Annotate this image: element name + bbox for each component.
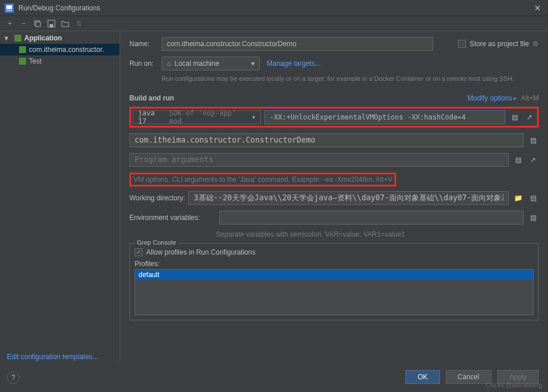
env-input[interactable]	[219, 211, 524, 225]
expand-field-icon[interactable]: ↗	[524, 111, 535, 123]
svg-rect-6	[14, 35, 21, 42]
sdk-main: java 17	[138, 109, 167, 125]
workdir-label: Working directory:	[129, 194, 185, 202]
tree-application-node[interactable]: ▾ Application	[0, 32, 120, 44]
main-class-input[interactable]	[129, 133, 524, 147]
sort-config-icon[interactable]: ⇅	[74, 18, 84, 29]
runon-label: Run on:	[129, 59, 162, 68]
folder-config-icon[interactable]	[60, 18, 70, 29]
allow-profiles-row[interactable]: ✓ Allow profiles in Run Configurations	[135, 248, 534, 256]
application-icon	[14, 34, 22, 42]
home-icon: ⌂	[167, 59, 171, 68]
chevron-down-icon: ▾	[251, 59, 255, 68]
app-logo-icon	[5, 3, 14, 13]
svg-rect-3	[36, 22, 40, 27]
env-help-text: Separate variables with semicolon: VAR=v…	[216, 230, 539, 238]
title-bar: Run/Debug Configurations ✕	[0, 0, 548, 16]
env-label: Environment variables:	[129, 214, 216, 222]
chevron-down-icon: ▾	[513, 96, 516, 102]
tree-config-item[interactable]: Test	[0, 55, 120, 67]
store-as-project-row[interactable]: Store as project file ⚙	[458, 40, 539, 48]
tree-item-label: com.itheima.constructor.	[29, 46, 104, 54]
modify-shortcut: Alt+M	[521, 94, 539, 102]
ok-button[interactable]: OK	[405, 370, 439, 384]
gear-icon[interactable]: ⚙	[532, 40, 539, 48]
add-config-icon[interactable]: ＋	[5, 18, 15, 29]
runon-help-text: Run configurations may be executed local…	[162, 74, 539, 84]
name-input[interactable]	[162, 37, 433, 51]
profile-item[interactable]: default	[135, 270, 533, 280]
expand-field-icon[interactable]: ↗	[527, 154, 539, 166]
tree-item-label: Test	[29, 57, 42, 65]
program-args-input[interactable]	[129, 153, 509, 167]
vm-help-text: VM options. CLI arguments to the 'Java' …	[133, 176, 392, 184]
grep-console-group: Grep Console ✓ Allow profiles in Run Con…	[129, 243, 539, 320]
config-tree: ▾ Application com.itheima.constructor. T…	[0, 31, 120, 361]
vm-options-highlight: java 17 SDK of 'oop-app' mod ▾ ▤ ↗	[129, 107, 539, 128]
window-title: Run/Debug Configurations	[18, 4, 532, 12]
profiles-list[interactable]: default	[135, 269, 534, 315]
chevron-down-icon: ▾	[252, 113, 256, 121]
tree-config-item[interactable]: com.itheima.constructor.	[0, 44, 120, 55]
svg-rect-1	[6, 9, 12, 10]
modify-options-link[interactable]: Modify options▾	[468, 94, 516, 102]
run-config-icon	[18, 57, 27, 65]
close-icon[interactable]: ✕	[532, 3, 543, 13]
sdk-combo[interactable]: java 17 SDK of 'oop-app' mod ▾	[133, 110, 261, 124]
save-config-icon[interactable]	[46, 18, 57, 29]
grep-legend: Grep Console	[135, 239, 178, 246]
remove-config-icon[interactable]: －	[18, 18, 29, 29]
runon-combo[interactable]: ⌂ Local machine ▾	[162, 57, 260, 70]
help-icon[interactable]: ?	[7, 371, 20, 384]
workdir-input[interactable]	[188, 191, 509, 205]
build-run-heading: Build and run	[129, 94, 174, 102]
allow-profiles-label: Allow profiles in Run Configurations	[146, 248, 255, 256]
manage-targets-link[interactable]: Manage targets...	[267, 59, 320, 68]
edit-field-icon[interactable]: ▤	[527, 212, 539, 223]
cancel-button[interactable]: Cancel	[446, 370, 491, 384]
allow-profiles-checkbox[interactable]: ✓	[135, 248, 143, 256]
vm-options-input[interactable]	[264, 110, 505, 124]
vm-help-highlight: VM options. CLI arguments to the 'Java' …	[129, 173, 396, 186]
copy-config-icon[interactable]	[32, 18, 43, 29]
svg-rect-7	[19, 46, 26, 53]
tree-app-label: Application	[24, 34, 62, 42]
browse-folder-icon[interactable]: 📁	[512, 192, 524, 204]
edit-field-icon[interactable]: ▤	[527, 192, 539, 204]
config-toolbar: ＋ － ⇅	[0, 16, 548, 31]
sdk-module: SDK of 'oop-app' mod	[169, 109, 252, 125]
svg-rect-8	[19, 58, 26, 65]
store-label: Store as project file	[469, 40, 529, 48]
watermark-text: CSDN @axinawang	[486, 382, 542, 389]
edit-templates-link[interactable]: Edit configuration templates...	[7, 353, 98, 361]
svg-rect-5	[50, 24, 53, 27]
edit-field-icon[interactable]: ▤	[512, 154, 524, 166]
name-label: Name:	[129, 40, 162, 48]
runon-value: Local machine	[174, 59, 219, 68]
config-form: Name: Store as project file ⚙ Run on: ⌂ …	[120, 31, 548, 361]
chevron-down-icon: ▾	[5, 34, 12, 42]
store-checkbox[interactable]	[458, 40, 466, 48]
edit-field-icon[interactable]: ▤	[527, 135, 539, 146]
edit-field-icon[interactable]: ▤	[509, 111, 520, 123]
profiles-label: Profiles:	[135, 260, 534, 268]
run-config-icon	[18, 46, 27, 54]
